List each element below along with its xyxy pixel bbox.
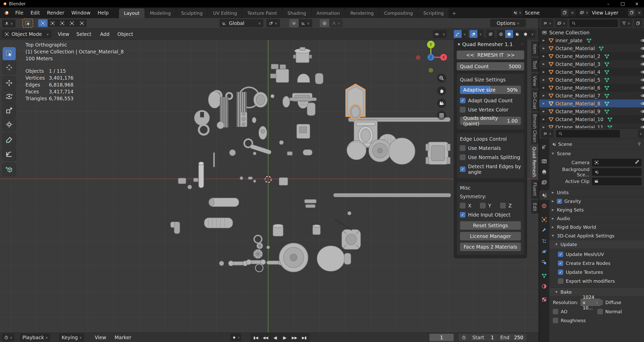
view-layer-browse-icon[interactable]: ∨	[578, 10, 590, 15]
sidebar-tab-tool[interactable]: Tool	[531, 58, 539, 72]
viewport-menu-object[interactable]: Object	[114, 30, 136, 38]
update-mesh-uv-row[interactable]: Update Mesh/UV	[549, 250, 644, 259]
tool-move-button[interactable]	[3, 76, 16, 90]
viewport-pan-hand-button[interactable]	[437, 86, 446, 95]
background-scene-field[interactable]	[592, 168, 641, 176]
panel-header[interactable]: ▼ Quad Remesher 1.1 ···· ····	[457, 40, 524, 49]
tool-annotate-button[interactable]	[3, 133, 16, 147]
roughness-checkbox[interactable]	[553, 318, 558, 323]
tab-object-data[interactable]	[539, 271, 549, 280]
disclosure-icon[interactable]: ▶	[543, 47, 548, 50]
proportional-editing-icon[interactable]	[320, 19, 329, 27]
scene-panel-header[interactable]: ▼Scene	[549, 149, 644, 158]
jump-to-start-button[interactable]: ▮◀	[251, 334, 261, 342]
gizmos-toggle-icon[interactable]	[454, 30, 462, 38]
section-units[interactable]: ▶Units	[549, 188, 644, 197]
active-clip-field[interactable]	[592, 178, 641, 185]
view-layer-name-field[interactable]: View Layer	[590, 9, 628, 17]
viewport-zoom-button[interactable]	[437, 74, 446, 83]
auto-keying-record-button[interactable]: ∨	[230, 333, 241, 341]
menu-edit[interactable]: Edit	[27, 8, 44, 17]
new-view-layer-icon[interactable]	[628, 9, 635, 17]
outliner-item[interactable]: ▶Octane_Material_9	[539, 107, 644, 115]
object-visibility-dropdown[interactable]: ∨	[433, 30, 447, 38]
shading-solid-icon[interactable]	[505, 30, 513, 38]
outliner-item-active[interactable]: ▶Octane_Material_8	[539, 99, 644, 107]
tool-transform-button[interactable]	[3, 118, 16, 131]
menu-render[interactable]: Render	[44, 8, 68, 17]
disclosure-icon[interactable]: ▶	[543, 118, 548, 121]
viewport-menu-view[interactable]: View	[54, 30, 73, 38]
update-textures-checkbox[interactable]	[558, 269, 563, 275]
disclosure-icon[interactable]: ▶	[543, 62, 548, 66]
select-mode-intersect[interactable]	[77, 19, 87, 27]
bake-subpanel-header[interactable]: ▼Bake	[549, 288, 644, 296]
tab-physics[interactable]	[539, 247, 549, 256]
use-materials-row[interactable]: Use Materials	[460, 145, 521, 151]
close-button[interactable]: ×	[630, 1, 644, 6]
select-mode-subtract[interactable]	[58, 19, 67, 27]
normal-checkbox[interactable]	[597, 309, 603, 314]
hide-input-object-checkbox[interactable]	[460, 212, 465, 218]
show-objects-eye-icon[interactable]	[433, 30, 441, 38]
transform-orientation-dropdown[interactable]: Global ∨	[220, 19, 263, 27]
export-with-modifiers-row[interactable]: Export with modifiers	[549, 277, 644, 286]
current-frame-field[interactable]: 1	[429, 334, 454, 341]
create-extra-nodes-checkbox[interactable]	[558, 261, 563, 266]
timeline-view-menu[interactable]: View	[92, 334, 109, 341]
adaptive-size-slider[interactable]: Adaptive size 50%	[460, 86, 521, 94]
tab-modifiers[interactable]	[539, 225, 549, 235]
properties-filter-dropdown[interactable]: ∨	[638, 130, 643, 138]
outliner-item[interactable]: ▶Octane_Material_2	[539, 52, 644, 60]
symmetry-y-row[interactable]: Y	[480, 203, 500, 208]
eyedropper-icon[interactable]	[635, 160, 639, 165]
outliner-item[interactable]: ▶Octane_Material_6	[539, 84, 644, 92]
disclosure-icon[interactable]: ▶	[543, 102, 548, 105]
sidebar-tab-3d-coat[interactable]: 3D-Coat	[531, 90, 539, 111]
shading-material-icon[interactable]	[513, 30, 522, 38]
disclosure-icon[interactable]: ▶	[543, 110, 548, 113]
detect-hard-edges-row[interactable]: Detect Hard Edges by angle	[460, 164, 521, 175]
axis-negative-y[interactable]	[429, 68, 433, 73]
outliner-filter-dropdown[interactable]: ∨	[620, 19, 632, 27]
mode-dropdown[interactable]: Object Mode ∨	[2, 30, 51, 38]
visibility-eye-icon[interactable]	[640, 38, 644, 43]
next-keyframe-button[interactable]: ▶▶	[290, 334, 299, 342]
outliner-clipped-icon[interactable]	[634, 19, 642, 27]
remove-view-layer-icon[interactable]: ×	[635, 10, 643, 15]
diffuse-row[interactable]: Diffuse	[597, 297, 642, 307]
workspace-tab-modeling[interactable]: Modeling	[145, 8, 176, 18]
tab-world[interactable]	[539, 201, 549, 211]
use-normals-row[interactable]: Use Normals Splitting	[460, 154, 521, 160]
viewport-camera-view-button[interactable]	[437, 99, 446, 108]
options-dropdown[interactable]: Options∨	[490, 19, 526, 27]
outliner-item[interactable]: ▶Octane_Material_7	[539, 92, 644, 99]
previous-keyframe-button[interactable]: ◀◀	[261, 334, 270, 342]
tool-scale-button[interactable]	[3, 104, 16, 117]
panel-grip-icon[interactable]: ···· ····	[520, 43, 524, 46]
outliner-item[interactable]: ▶Octane_Material_11	[539, 123, 644, 128]
update-textures-row[interactable]: Update Textures	[549, 268, 644, 277]
workspace-tab-layout[interactable]: Layout	[119, 8, 145, 18]
end-frame-field[interactable]: End 250	[497, 334, 526, 341]
unlink-scene-icon[interactable]: ×	[568, 10, 576, 15]
navigation-gizmo[interactable]: Y Z X	[413, 39, 449, 75]
select-mode-set[interactable]	[38, 19, 48, 27]
update-subpanel-header[interactable]: ▼Update	[549, 240, 644, 248]
export-with-modifiers-checkbox[interactable]	[558, 278, 563, 284]
section-audio[interactable]: ▶Audio	[549, 214, 644, 223]
workspace-tab-shading[interactable]: Shading	[282, 8, 311, 18]
viewport-menu-select[interactable]: Select	[73, 30, 95, 38]
pin-icon[interactable]	[637, 142, 641, 146]
start-frame-field[interactable]: Start 1	[469, 334, 497, 341]
use-normals-checkbox[interactable]	[460, 154, 465, 160]
xray-icon[interactable]	[486, 30, 495, 38]
shading-wireframe-icon[interactable]	[497, 30, 505, 38]
tab-view-layer[interactable]	[539, 178, 549, 187]
tab-render[interactable]	[539, 156, 549, 166]
visibility-eye-icon[interactable]	[640, 109, 644, 114]
visibility-chevron-icon[interactable]: ∨	[441, 30, 447, 38]
tab-particles[interactable]	[539, 236, 549, 246]
section-keying-sets[interactable]: ▶Keying Sets	[549, 205, 644, 214]
sidebar-tab-bmesh-clean[interactable]: Bmesh Clean	[531, 112, 539, 144]
